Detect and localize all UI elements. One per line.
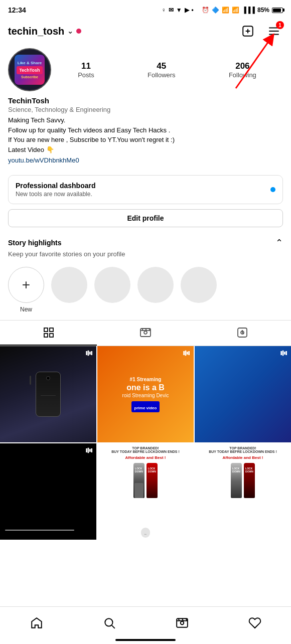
- highlights-header: Story highlights ⌃: [0, 232, 291, 250]
- bottom-nav: [0, 606, 291, 644]
- online-indicator: [76, 29, 81, 34]
- post-item-5[interactable]: TOP BRANDED!BUY TODAY BEFRE LOCKDOWN END…: [97, 443, 194, 540]
- profile-link[interactable]: youtu.be/wVDhbnkhMe0: [8, 156, 283, 164]
- svg-rect-12: [140, 329, 151, 337]
- posts-grid: #1 Streaming one is a B roid Streaming D…: [0, 346, 291, 540]
- following-stat[interactable]: 206 Following: [229, 61, 256, 79]
- username-row[interactable]: techin_tosh ⌄: [8, 26, 81, 37]
- reel-indicator-3: [280, 349, 288, 359]
- reels-nav-button[interactable]: [171, 612, 193, 634]
- svg-rect-9: [50, 328, 53, 332]
- avatar[interactable]: Like & Share TechTosh Subscribe: [8, 48, 51, 91]
- grid-tab[interactable]: [0, 320, 97, 346]
- post-tabs: [0, 320, 291, 346]
- highlight-item-2[interactable]: [94, 267, 130, 303]
- post-item-3[interactable]: [195, 346, 291, 442]
- battery-label: 85%: [257, 7, 269, 14]
- reel-indicator-1: [85, 349, 93, 359]
- wifi-icon: 📶: [232, 7, 239, 14]
- reels-tab[interactable]: [97, 320, 194, 346]
- notification-badge: 1: [276, 21, 284, 29]
- post-item-1[interactable]: [0, 346, 96, 442]
- nav-icons: 1: [239, 22, 283, 40]
- youtube-icon: ▶: [185, 7, 189, 14]
- svg-rect-8: [44, 328, 48, 332]
- highlights-subtitle: Keep your favorite stories on your profi…: [0, 250, 291, 263]
- highlight-item-4[interactable]: [181, 267, 217, 303]
- reel-indicator-2: [183, 349, 191, 359]
- add-post-button[interactable]: [239, 22, 257, 40]
- post-item-6[interactable]: TOP BRANDED!BUY TODAY BEFRE LOCKDOWN END…: [195, 443, 291, 540]
- professional-dashboard[interactable]: Professional dashboard New tools are now…: [8, 175, 283, 204]
- location-icon: ▼: [176, 7, 182, 14]
- status-bar: 12:34 ♀ ✉ ▼ ▶ • ⏰ 🔷 📶 📶 ▐▐▐ 85%: [0, 0, 291, 18]
- add-highlight-button[interactable]: + New: [8, 267, 44, 313]
- reel-indicator-4: [85, 446, 93, 456]
- highlight-item-3[interactable]: [137, 267, 174, 303]
- svg-rect-22: [177, 618, 188, 627]
- followers-stat[interactable]: 45 Followers: [148, 61, 176, 79]
- bluetooth-icon: 🔷: [212, 7, 219, 14]
- message-icon: ✉: [169, 7, 174, 14]
- plus-icon: +: [22, 277, 30, 293]
- dashboard-text: Professional dashboard New tools are now…: [16, 182, 95, 198]
- top-nav: techin_tosh ⌄: [0, 18, 291, 44]
- highlights-chevron-icon: ⌃: [275, 237, 283, 248]
- highlight-item-1[interactable]: [51, 267, 87, 303]
- phone-icon: 📶: [222, 7, 229, 14]
- profile-category: Science, Technology & Engineering: [8, 106, 283, 113]
- tagged-tab[interactable]: [194, 320, 291, 346]
- home-indicator: [115, 639, 176, 641]
- alarm-icon: ⏰: [202, 7, 209, 14]
- username-label: techin_tosh: [8, 26, 64, 37]
- status-time: 12:34: [8, 6, 26, 14]
- display-name: TechinTosh: [8, 96, 283, 105]
- svg-rect-11: [50, 334, 53, 337]
- dot-icon: •: [192, 7, 194, 14]
- post-item-2[interactable]: #1 Streaming one is a B roid Streaming D…: [97, 346, 194, 442]
- edit-profile-button[interactable]: Edit profile: [8, 209, 283, 227]
- profile-bio: Making Tech Savvy. Follow up for quality…: [8, 115, 283, 154]
- svg-line-21: [111, 625, 114, 628]
- signal-icon: ▐▐▐: [242, 7, 255, 14]
- battery-icon: [272, 8, 283, 13]
- svg-rect-10: [44, 334, 48, 337]
- menu-button[interactable]: 1: [265, 22, 283, 40]
- dashboard-notification-dot: [270, 187, 275, 192]
- chevron-down-icon: ⌄: [67, 27, 73, 35]
- highlights-row: + New: [0, 263, 291, 320]
- status-icons: ♀ ✉ ▼ ▶ • ⏰ 🔷 📶 📶 ▐▐▐ 85%: [162, 7, 283, 14]
- svg-point-20: [105, 618, 112, 626]
- stats-row: 11 Posts 45 Followers 206 Following: [51, 61, 283, 79]
- svg-point-13: [144, 331, 147, 334]
- posts-stat: 11 Posts: [78, 61, 94, 79]
- home-nav-button[interactable]: [26, 612, 48, 634]
- search-nav-button[interactable]: [98, 612, 120, 634]
- post-item-4[interactable]: [0, 443, 96, 540]
- profile-section: Like & Share TechTosh Subscribe 11 Posts: [0, 44, 291, 170]
- svg-point-23: [180, 621, 184, 625]
- whatsapp-icon: ♀: [162, 7, 166, 14]
- heart-nav-button[interactable]: [244, 612, 266, 634]
